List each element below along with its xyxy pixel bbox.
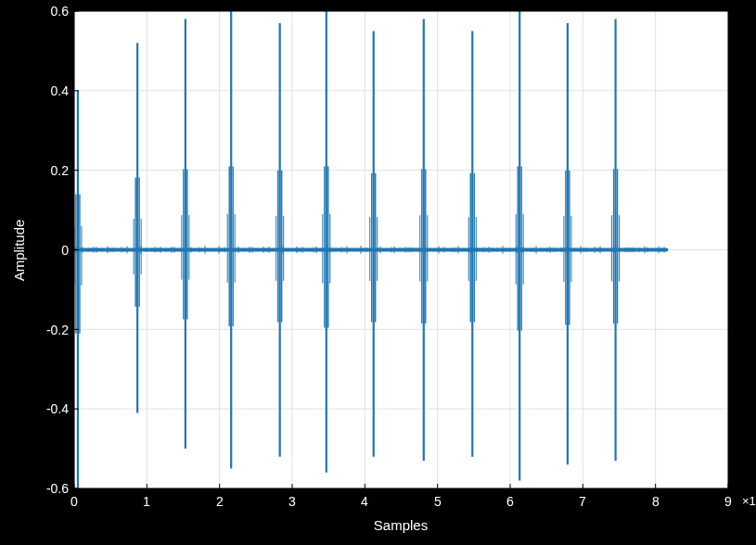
x-exponent-label: ×10^4 — [742, 494, 756, 508]
x-tick-label: 0 — [70, 494, 78, 509]
x-tick-label: 8 — [652, 494, 660, 509]
x-axis-label: Samples — [374, 517, 428, 533]
x-tick-label: 5 — [434, 494, 442, 509]
x-tick-label: 7 — [579, 494, 586, 509]
x-tick-label: 2 — [216, 494, 224, 509]
x-tick-label: 6 — [506, 494, 514, 509]
y-tick-label: -0.6 — [13, 481, 69, 496]
y-tick-label: -0.2 — [13, 323, 69, 337]
line-plot — [74, 11, 728, 488]
y-axis-label: Amplitude — [11, 220, 27, 282]
x-tick-label: 9 — [724, 494, 732, 509]
y-tick-label: -0.4 — [13, 401, 69, 416]
plot-axes — [74, 11, 728, 488]
y-tick-label: 0.6 — [13, 4, 69, 19]
x-tick-label: 3 — [288, 494, 296, 509]
figure: 0.6 0.4 0.2 0 -0.2 -0.4 -0.6 0 1 2 3 4 5… — [0, 0, 756, 545]
y-tick-label: 0.4 — [13, 83, 69, 98]
x-tick-label: 1 — [143, 494, 150, 509]
x-tick-label: 4 — [361, 494, 368, 509]
y-tick-label: 0.2 — [13, 163, 69, 178]
